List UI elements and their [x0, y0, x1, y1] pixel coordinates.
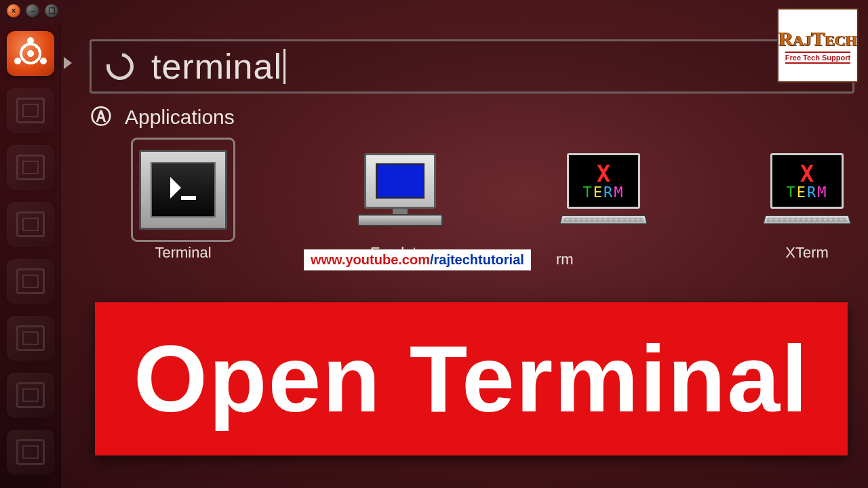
launcher-item[interactable] [7, 430, 54, 474]
search-query-text: terminal [151, 46, 285, 87]
launcher-item[interactable] [7, 373, 54, 418]
svg-marker-0 [170, 177, 181, 199]
search-spinner-icon [101, 47, 139, 85]
applications-category-icon: Ⓐ [91, 103, 113, 131]
results-section-header: Ⓐ Applications [91, 103, 235, 131]
app-result-terminal[interactable]: Terminal [122, 142, 244, 262]
app-label: XTerm [732, 244, 868, 262]
launcher-item[interactable] [7, 259, 54, 304]
window-minimize-button[interactable]: – [26, 4, 39, 18]
xterm-app-icon: X TERM [764, 153, 850, 226]
banner-text: Open Terminal [134, 324, 809, 434]
section-title: Applications [125, 106, 235, 129]
uxterm-app-icon: X TERM [560, 153, 647, 226]
launcher-item[interactable] [7, 202, 54, 247]
terminal-app-icon [139, 150, 227, 230]
launcher-item[interactable] [7, 88, 54, 133]
app-result-xterm[interactable]: X TERM XTerm [746, 142, 868, 262]
launcher-item[interactable] [7, 316, 54, 361]
window-maximize-button[interactable]: ☐ [45, 4, 58, 18]
window-close-button[interactable]: × [7, 4, 20, 18]
app-result-terminal-emulator[interactable]: Emulator [339, 142, 461, 262]
launcher-item[interactable] [7, 145, 54, 190]
svg-rect-1 [181, 196, 196, 200]
window-controls: × – ☐ [7, 4, 58, 18]
app-result-uxterm[interactable]: X TERM [556, 142, 651, 237]
app-label-partial: rm [556, 251, 574, 268]
terminal-emulator-app-icon [357, 153, 443, 226]
channel-logo: RAJTECH Free Tech Support [777, 8, 859, 83]
unity-launcher [0, 24, 61, 488]
title-banner: Open Terminal [95, 302, 848, 455]
ubuntu-logo-icon [16, 39, 45, 68]
dash-home-button[interactable] [7, 31, 54, 76]
active-app-indicator-icon [64, 57, 72, 69]
dash-search-field[interactable]: terminal [90, 39, 854, 94]
watermark-url: www.youtube.com/rajtechtutorial [304, 249, 531, 270]
app-label: Terminal [108, 244, 258, 262]
